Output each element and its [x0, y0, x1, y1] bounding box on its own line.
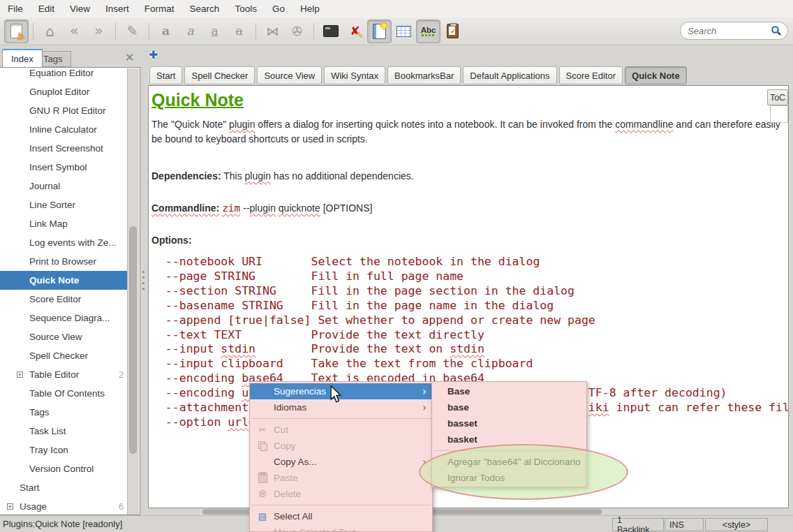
sidebar-item-line-sorter[interactable]: Line Sorter [0, 195, 128, 214]
underline-icon-glyph: a [211, 25, 218, 37]
menu-help[interactable]: Help [292, 1, 327, 17]
style-selector[interactable]: <style> [705, 518, 768, 531]
suggestion-item-ignorar-todos[interactable]: Ignorar Todos [432, 470, 586, 486]
context-menu-item-sugerencias[interactable]: Sugerencias› [250, 383, 432, 399]
sidebar-item-label: Table Editor [29, 369, 79, 380]
paste-icon [254, 473, 271, 484]
suggestion-item-agregar-base64-al-diccionario[interactable]: Agregar "base64" al Diccionario [432, 454, 586, 470]
sidebar-item-journal[interactable]: Journal [0, 177, 128, 195]
sidebar-item-task-list[interactable]: Task List [0, 422, 128, 441]
pathbar-tab-start[interactable]: Start [149, 66, 182, 84]
code-line-4: --basename STRING Fill in the page name … [151, 299, 783, 313]
sidebar-item-inline-calculator[interactable]: Inline Calculator [0, 120, 128, 139]
tab-index[interactable]: Index [2, 49, 43, 67]
menu-item-label: Select All [271, 511, 428, 522]
sidebar-item-sequence-diagra[interactable]: Sequence Diagra... [0, 309, 128, 327]
italic-icon[interactable]: a [178, 20, 202, 43]
sidebar-item-tray-icon[interactable]: Tray Icon [0, 441, 128, 459]
suggestion-item-basset[interactable]: basset [432, 415, 586, 431]
sidebar-item-log-events-with-ze[interactable]: Log events with Ze... [0, 233, 128, 252]
sidebar-item-start[interactable]: Start [0, 478, 128, 497]
strike-icon[interactable]: a [227, 20, 251, 43]
edit-page-icon[interactable]: ✎ [120, 20, 144, 43]
sidebar-item-link-map[interactable]: Link Map [0, 214, 128, 233]
pathbar-tab-source-view[interactable]: Source View [257, 66, 322, 84]
menu-search[interactable]: Search [182, 1, 228, 17]
spellcheck-icon[interactable]: Abc [416, 20, 440, 43]
context-menu-item-cut[interactable]: ✂Cut [250, 422, 432, 438]
backlinks-button[interactable]: 1 Backlink... [612, 518, 664, 531]
sidebar-item-spell-checker[interactable]: Spell Checker [0, 346, 128, 365]
context-menu-item-move-selected-text[interactable]: Move Selected Text... [250, 524, 432, 532]
sidebar-item-gnu-r-plot-editor[interactable]: GNU R Plot Editor [0, 101, 128, 120]
sidebar-item-table-editor[interactable]: +Table Editor2 [0, 365, 128, 384]
context-menu-item-paste[interactable]: Paste [250, 470, 432, 486]
paragraph-commandline: Commandline: zim --plugin quicknote [OPT… [151, 201, 783, 216]
link-icon[interactable]: ⋈ [260, 20, 285, 43]
add-tab-icon[interactable]: ✚ [149, 50, 158, 61]
pathbar-tab-score-editor[interactable]: Score Editor [559, 66, 623, 84]
sidebar-item-source-view[interactable]: Source View [0, 327, 128, 346]
back-icon[interactable]: « [62, 20, 87, 43]
sidebar-item-gnuplot-editor[interactable]: Gnuplot Editor [0, 82, 128, 101]
toggle-editable-icon[interactable] [4, 20, 29, 43]
text-segment: commandline [615, 119, 673, 130]
home-icon[interactable]: ⌂ [38, 20, 62, 43]
underline-icon[interactable]: a [202, 20, 227, 43]
sidebar-item-table-of-contents[interactable]: Table Of Contents [0, 384, 128, 403]
sidebar-item-usage[interactable]: +Usage6 [0, 497, 128, 515]
sidebar-item-quick-note[interactable]: Quick Note [0, 271, 128, 290]
context-menu-item-delete[interactable]: ⊗Delete [250, 486, 432, 502]
pathbar-tab-bookmarksbar[interactable]: BookmarksBar [387, 66, 461, 84]
bold-icon[interactable]: a [154, 20, 178, 43]
menu-insert[interactable]: Insert [98, 1, 137, 17]
menu-go[interactable]: Go [265, 1, 292, 17]
sidebar-item-insert-symbol[interactable]: Insert Symbol [0, 158, 128, 177]
attachment-icon[interactable]: ✇ [285, 20, 309, 43]
sidebar-item-print-to-browser[interactable]: Print to Browser [0, 252, 128, 271]
pathbar-tab-wiki-syntax[interactable]: Wiki Syntax [324, 66, 385, 84]
sidebar-item-tags[interactable]: Tags [0, 403, 128, 422]
tasklist-icon[interactable] [440, 20, 465, 43]
sidebar-item-score-editor[interactable]: Score Editor [0, 290, 128, 309]
insert-table-icon[interactable] [392, 20, 416, 43]
search-box[interactable] [680, 22, 788, 40]
sidebar-item-insert-screenshot[interactable]: Insert Screenshot [0, 139, 128, 158]
toolbar-separator [149, 23, 149, 40]
sidebar-item-version-control[interactable]: Version Control [0, 459, 128, 478]
menu-format[interactable]: Format [137, 1, 182, 17]
menu-edit[interactable]: Edit [31, 1, 62, 17]
suggestion-item-base[interactable]: Base [432, 383, 586, 399]
menu-item-label: Base [436, 386, 582, 397]
pathbar-tab-spell-checker[interactable]: Spell Checker [184, 66, 255, 84]
sidebar-scrollbar[interactable] [127, 68, 139, 515]
menu-file[interactable]: File [0, 1, 31, 17]
pathbar-tab-default-applications[interactable]: Default Applications [463, 66, 556, 84]
menu-view[interactable]: View [62, 1, 98, 17]
forward-icon[interactable]: » [87, 20, 111, 43]
code-line-5: --append [true|false] Set whether to app… [151, 313, 783, 328]
context-menu-item-idiomas[interactable]: Idiomas› [250, 399, 432, 415]
journal-icon[interactable] [367, 20, 392, 43]
text-segment: Fill in the page name in the dialog [311, 299, 554, 312]
back-icon-glyph: « [70, 24, 79, 38]
suggestion-item-base[interactable]: base [432, 399, 586, 415]
content-hscrollbar[interactable] [148, 509, 789, 515]
sidebar-scrollbar-thumb[interactable] [129, 226, 137, 454]
screenshot-icon[interactable] [318, 20, 343, 43]
toc-button[interactable]: ToC [767, 89, 788, 105]
close-sidebar-icon[interactable]: × [125, 52, 134, 63]
diagram-icon[interactable]: ✘✎ [343, 20, 367, 43]
suggestion-item-basket[interactable]: basket [432, 431, 586, 448]
context-menu-item-select-all[interactable]: ▤Select All [250, 508, 432, 524]
sidebar-item-label: Line Sorter [29, 200, 75, 210]
search-input[interactable] [686, 25, 771, 37]
expander-icon[interactable]: + [7, 503, 13, 510]
pathbar-tab-quick-note[interactable]: Quick Note [625, 66, 687, 84]
menu-tools[interactable]: Tools [227, 1, 265, 17]
expander-icon[interactable]: + [17, 371, 23, 378]
context-menu-item-copy[interactable]: Copy [250, 438, 432, 454]
pane-resize-handle[interactable] [142, 271, 145, 292]
context-menu-item-copy-as[interactable]: Copy As...› [250, 454, 432, 470]
sidebar-item-equation-editor[interactable]: Equation Editor [0, 67, 128, 82]
